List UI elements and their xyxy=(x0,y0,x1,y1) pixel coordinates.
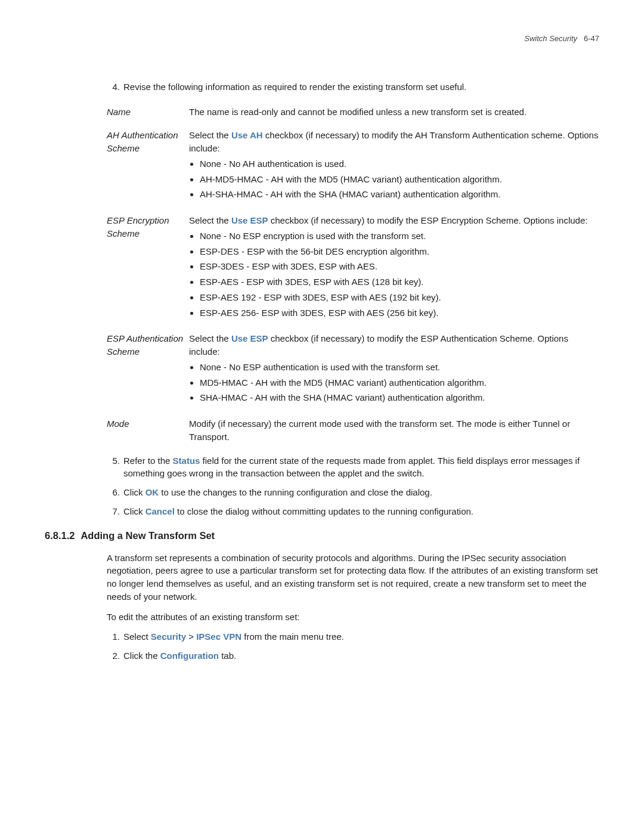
status-label: Status xyxy=(173,456,200,466)
cancel-label: Cancel xyxy=(145,506,175,516)
step-number: 7. xyxy=(107,505,120,518)
section-step-2: 2. Click the Configuration tab. xyxy=(107,649,599,662)
ipsec-vpn-label: IPSec VPN xyxy=(196,631,242,642)
list-item: None - No ESP encryption is used with th… xyxy=(200,230,599,243)
lead-post: checkbox (if necessary) to modify the ES… xyxy=(268,215,588,225)
section-paragraph-2: To edit the attributes of an existing tr… xyxy=(107,611,599,624)
pre: Click xyxy=(123,506,145,516)
list-item: AH-MD5-HMAC - AH with the MD5 (HMAC vari… xyxy=(200,173,599,186)
esp-auth-options-list: None - No ESP authentication is used wit… xyxy=(189,361,599,404)
pre: Click xyxy=(123,487,145,497)
list-item: ESP-3DES - ESP with 3DES, ESP with AES. xyxy=(200,260,599,273)
security-label: Security xyxy=(151,631,186,642)
step-body: Click Cancel to close the dialog without… xyxy=(123,505,599,518)
use-ah-label: Use AH xyxy=(231,130,263,140)
def-row-esp-auth: ESP Authentication Scheme Select the Use… xyxy=(107,332,599,407)
ah-options-list: None - No AH authentication is used. AH-… xyxy=(189,157,599,201)
post: from the main menu tree. xyxy=(242,631,344,642)
post: to close the dialog without committing u… xyxy=(175,506,473,516)
post: tab. xyxy=(219,651,236,661)
lead-pre: Select the xyxy=(189,215,231,225)
list-item: ESP-AES - ESP with 3DES, ESP with AES (1… xyxy=(200,275,599,289)
step-5: 5. Refer to the Status field for the cur… xyxy=(107,454,599,481)
list-item: None - No ESP authentication is used wit… xyxy=(200,361,599,374)
page-header: Switch Security 6-47 xyxy=(45,33,599,45)
section-paragraph-1: A transform set represents a combination… xyxy=(107,552,599,603)
step-body: Click the Configuration tab. xyxy=(123,649,599,662)
lead-pre: Select the xyxy=(189,333,231,343)
use-esp-label: Use ESP xyxy=(231,333,268,343)
def-desc: Select the Use AH checkbox (if necessary… xyxy=(189,129,599,203)
breadcrumb: Switch Security xyxy=(524,34,577,43)
main-content: 4. Revise the following information as r… xyxy=(45,80,599,662)
post: to use the changes to the running config… xyxy=(159,487,432,497)
def-desc: The name is read-only and cannot be modi… xyxy=(189,106,599,119)
step-4: 4. Revise the following information as r… xyxy=(107,80,599,94)
section-title: Adding a New Transform Set xyxy=(80,530,215,541)
step-number: 6. xyxy=(107,486,120,499)
section-number: 6.8.1.2 xyxy=(45,530,75,541)
list-item: SHA-HMAC - AH with the SHA (HMAC variant… xyxy=(200,391,599,404)
pre: Refer to the xyxy=(123,456,173,466)
def-desc: Modify (if necessary) the current mode u… xyxy=(189,417,599,444)
def-term: Mode xyxy=(107,417,189,444)
step-6: 6. Click OK to use the changes to the ru… xyxy=(107,486,599,499)
step-number: 2. xyxy=(107,649,120,662)
mid: > xyxy=(186,631,196,642)
step-body: Click OK to use the changes to the runni… xyxy=(123,486,599,499)
page-number: 6-47 xyxy=(584,34,599,43)
def-row-name: Name The name is read-only and cannot be… xyxy=(107,106,599,119)
list-item: ESP-AES 192 - ESP with 3DES, ESP with AE… xyxy=(200,291,599,304)
def-term: ESP Encryption Scheme xyxy=(107,214,189,321)
list-item: AH-SHA-HMAC - AH with the SHA (HMAC vari… xyxy=(200,188,599,201)
esp-enc-options-list: None - No ESP encryption is used with th… xyxy=(189,230,599,320)
definition-table: Name The name is read-only and cannot be… xyxy=(107,106,599,444)
list-item: ESP-DES - ESP with the 56-bit DES encryp… xyxy=(200,245,599,258)
def-desc-text: Modify (if necessary) the current mode u… xyxy=(189,419,570,442)
lead-pre: Select the xyxy=(189,130,231,140)
step-body: Refer to the Status field for the curren… xyxy=(123,454,599,481)
def-term: AH Authentication Scheme xyxy=(107,129,189,203)
list-item: ESP-AES 256- ESP with 3DES, ESP with AES… xyxy=(200,306,599,320)
configuration-label: Configuration xyxy=(160,651,219,661)
def-row-esp-enc: ESP Encryption Scheme Select the Use ESP… xyxy=(107,214,599,321)
step-number: 1. xyxy=(107,630,120,643)
step-text: Revise the following information as requ… xyxy=(123,80,599,94)
section-steps: 1. Select Security > IPSec VPN from the … xyxy=(107,630,599,662)
steps-list-upper: 4. Revise the following information as r… xyxy=(107,80,599,94)
pre: Select xyxy=(123,631,151,642)
step-body: Select Security > IPSec VPN from the mai… xyxy=(123,630,599,643)
step-7: 7. Click Cancel to close the dialog with… xyxy=(107,505,599,518)
def-term: ESP Authentication Scheme xyxy=(107,332,189,407)
section-heading: 6.8.1.2 Adding a New Transform Set xyxy=(45,529,599,543)
step-number: 5. xyxy=(107,454,120,481)
def-row-mode: Mode Modify (if necessary) the current m… xyxy=(107,417,599,444)
steps-list-lower: 5. Refer to the Status field for the cur… xyxy=(107,454,599,518)
ok-label: OK xyxy=(145,487,159,497)
def-term: Name xyxy=(107,106,189,119)
section-step-1: 1. Select Security > IPSec VPN from the … xyxy=(107,630,599,643)
def-desc: Select the Use ESP checkbox (if necessar… xyxy=(189,332,599,407)
use-esp-label: Use ESP xyxy=(231,215,268,225)
list-item: None - No AH authentication is used. xyxy=(200,157,599,171)
def-desc: Select the Use ESP checkbox (if necessar… xyxy=(189,214,599,321)
pre: Click the xyxy=(123,651,160,661)
list-item: MD5-HMAC - AH with the MD5 (HMAC variant… xyxy=(200,376,599,389)
step-number: 4. xyxy=(107,80,120,94)
def-row-ah: AH Authentication Scheme Select the Use … xyxy=(107,129,599,203)
def-desc-text: The name is read-only and cannot be modi… xyxy=(189,107,527,117)
